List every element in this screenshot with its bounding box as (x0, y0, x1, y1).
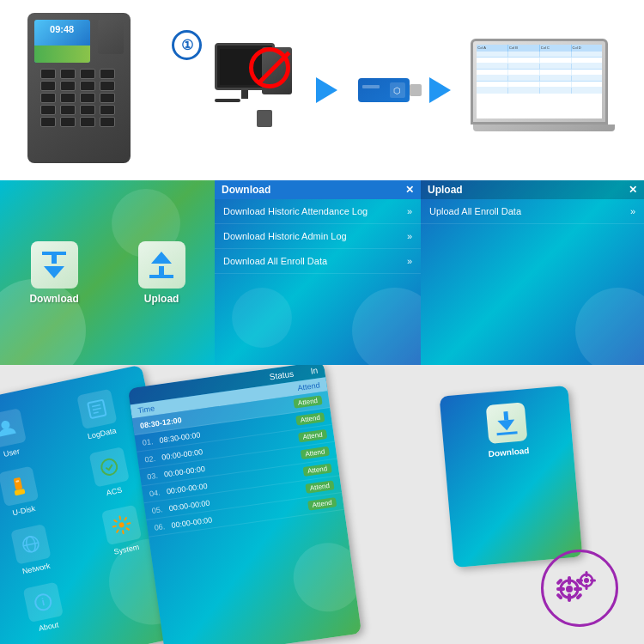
network-icon-box (10, 524, 51, 564)
attend-badge-6: Attend (307, 497, 337, 511)
svg-point-16 (566, 586, 573, 592)
download-container[interactable]: Download (29, 241, 78, 305)
svg-point-8 (100, 458, 118, 476)
download-menu-panel: Download ✕ Download Historic Attendance … (215, 180, 421, 365)
download-admin-item[interactable]: Download Historic Admin Log » (215, 224, 421, 249)
upload-enroll-chevron: » (630, 206, 635, 216)
attend-subheader: Attend (297, 380, 320, 392)
row-num-4: 04. (149, 487, 167, 498)
svg-rect-19 (556, 587, 565, 591)
download-close-button[interactable]: ✕ (405, 184, 414, 196)
menu-about-item[interactable]: i About (1, 577, 88, 639)
upload-menu-title: Upload (428, 184, 463, 196)
upload-enroll-label: Upload All Enroll Data (429, 206, 521, 216)
attend-badge-5: Attend (305, 480, 334, 494)
svg-rect-5 (14, 477, 23, 490)
attend-badge-4: Attend (302, 464, 331, 477)
middle-section: Download Upload Download ✕ Download Hist… (0, 180, 644, 365)
svg-rect-18 (568, 593, 571, 602)
svg-rect-30 (590, 579, 596, 581)
svg-rect-17 (568, 576, 571, 585)
no-sign-icon (249, 47, 292, 90)
about-label: About (38, 620, 59, 633)
upload-menu-panel: Upload ✕ Upload All Enroll Data » (421, 180, 644, 365)
system-icon-box (101, 505, 142, 545)
download-menu-header: Download ✕ (215, 180, 421, 199)
laptop: Col A Col B Col C Col D (471, 39, 617, 142)
gear-icon-container[interactable] (541, 550, 618, 627)
attend-badge-2: Attend (298, 429, 327, 443)
attend-badge-0: Attend (293, 395, 322, 409)
row-num-5: 05. (151, 504, 169, 515)
download-card-label: Download (488, 446, 530, 459)
attend-badge-3: Attend (301, 447, 330, 460)
download-enroll-chevron: » (407, 256, 412, 266)
download-attendance-chevron: » (407, 206, 412, 216)
download-menu-title: Download (222, 184, 270, 196)
pc-blocked (193, 43, 296, 137)
top-section: 09:48 ① (0, 0, 644, 180)
user-icon-box (0, 408, 27, 448)
download-card: Download (440, 386, 583, 568)
download-attendance-label: Download Historic Attendance Log (223, 206, 368, 216)
svg-line-11 (23, 543, 39, 546)
svg-rect-6 (15, 489, 26, 495)
udisk-icon-box (0, 466, 39, 507)
gear-circle (541, 550, 618, 627)
download-enroll-label: Download All Enroll Data (223, 256, 327, 266)
du-panel: Download Upload (0, 180, 215, 365)
usb-drive: ⬡ (358, 78, 410, 102)
bottom-section: User LogData (0, 365, 644, 644)
upload-label: Upload (144, 293, 179, 305)
row-num-1: 01. (142, 436, 160, 447)
logdata-label: LogData (87, 426, 117, 440)
gear-svg-icon (556, 565, 604, 612)
status-header-label: Status (269, 369, 295, 382)
in-header-label: In (310, 366, 319, 376)
device-image: 09:48 (27, 13, 139, 167)
acs-icon-box (88, 447, 129, 487)
row-num-2: 02. (144, 453, 162, 464)
svg-rect-20 (574, 587, 582, 591)
menu-network-item[interactable]: Network (0, 519, 76, 581)
svg-point-12 (118, 522, 125, 528)
acs-label: ACS (106, 485, 123, 497)
svg-line-4 (94, 412, 99, 413)
download-label: Download (29, 293, 78, 305)
svg-rect-28 (585, 584, 587, 590)
menu-udisk-item[interactable]: U-Disk (0, 461, 64, 523)
download-icon-box (31, 241, 78, 289)
status-card: Status In Time Attend 08:30-12:00 Attend… (128, 365, 361, 644)
cards-container: User LogData (0, 365, 644, 644)
fingerprint-sensor (98, 20, 124, 54)
upload-enroll-item[interactable]: Upload All Enroll Data » (421, 199, 644, 224)
network-label: Network (21, 562, 51, 576)
svg-point-26 (584, 578, 589, 583)
download-admin-label: Download Historic Admin Log (223, 231, 347, 241)
attend-badge-1: Attend (295, 412, 325, 426)
about-icon-box: i (23, 582, 64, 623)
download-enroll-item[interactable]: Download All Enroll Data » (215, 249, 421, 274)
svg-rect-29 (577, 579, 583, 581)
udisk-label: U-Disk (12, 504, 36, 517)
download-admin-chevron: » (407, 231, 412, 241)
device-time: 09:48 (34, 20, 90, 34)
user-label: User (3, 447, 21, 459)
upload-icon-box (138, 241, 185, 289)
logdata-icon-box (76, 389, 117, 429)
svg-line-3 (93, 408, 101, 410)
svg-rect-27 (585, 571, 587, 577)
svg-line-2 (92, 404, 100, 406)
menu-user-item[interactable]: User (0, 404, 52, 465)
upload-arrow-icon (149, 252, 173, 278)
upload-menu-header: Upload ✕ (421, 180, 644, 199)
arrow-1 (316, 77, 337, 103)
download-arrow-icon (42, 252, 66, 278)
system-label: System (113, 543, 140, 556)
upload-close-button[interactable]: ✕ (629, 184, 637, 196)
keypad (40, 69, 118, 127)
svg-text:i: i (40, 596, 46, 608)
upload-container[interactable]: Upload (138, 241, 185, 305)
row-num-6: 06. (154, 521, 172, 532)
download-attendance-item[interactable]: Download Historic Attendance Log » (215, 199, 421, 224)
